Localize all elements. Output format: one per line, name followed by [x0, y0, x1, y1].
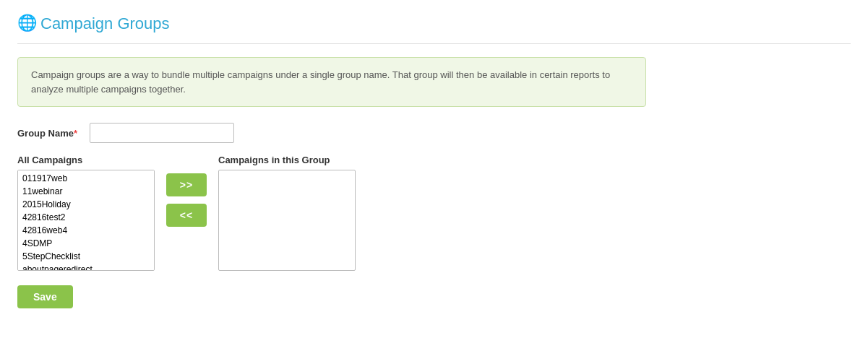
group-name-input[interactable]	[90, 123, 234, 143]
group-campaigns-column: Campaigns in this Group	[218, 155, 356, 271]
required-star: *	[74, 128, 77, 139]
page-title: Campaign Groups	[40, 14, 170, 33]
group-name-label: Group Name*	[17, 128, 90, 139]
all-campaigns-column: All Campaigns 011917web11webinar2015Holi…	[17, 155, 155, 271]
campaigns-section: All Campaigns 011917web11webinar2015Holi…	[17, 155, 851, 271]
info-box: Campaign groups are a way to bundle mult…	[17, 57, 646, 107]
page-container: 🌐 Campaign Groups Campaign groups are a …	[0, 0, 868, 364]
group-campaigns-label: Campaigns in this Group	[218, 155, 356, 165]
remove-from-group-button[interactable]: <<	[166, 204, 207, 227]
add-to-group-button[interactable]: >>	[166, 173, 207, 196]
globe-icon: 🌐	[17, 15, 35, 32]
group-campaigns-list-container	[218, 170, 356, 271]
all-campaigns-select[interactable]: 011917web11webinar2015Holiday42816test24…	[17, 170, 155, 271]
info-text: Campaign groups are a way to bundle mult…	[31, 69, 610, 95]
save-button[interactable]: Save	[17, 285, 73, 308]
group-name-row: Group Name*	[17, 123, 851, 143]
group-campaigns-select[interactable]	[218, 170, 356, 271]
page-header: 🌐 Campaign Groups	[17, 14, 851, 44]
all-campaigns-list-container: 011917web11webinar2015Holiday42816test24…	[17, 170, 155, 271]
all-campaigns-label: All Campaigns	[17, 155, 155, 165]
arrow-buttons-group: >> <<	[155, 173, 218, 227]
